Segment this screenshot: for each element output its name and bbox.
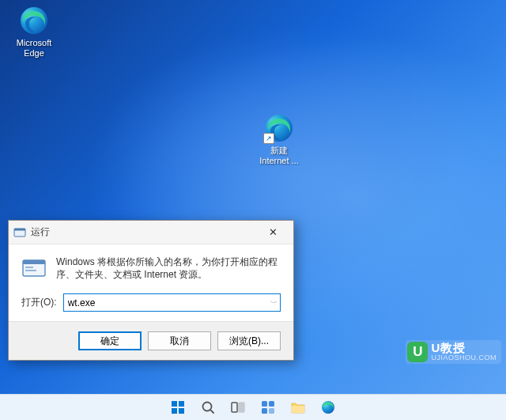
desktop-icon-label: MicrosoftEdge — [17, 38, 52, 59]
close-icon: ✕ — [269, 226, 278, 238]
open-input[interactable] — [63, 293, 281, 312]
folder-icon — [290, 399, 306, 415]
svg-rect-17 — [269, 401, 274, 407]
widgets-button[interactable] — [255, 396, 281, 418]
edge-icon: ↗ — [263, 112, 295, 144]
svg-rect-8 — [172, 401, 177, 407]
svg-rect-7 — [25, 270, 36, 271]
widgets-icon — [260, 399, 276, 415]
watermark: U U教授 UJIAOSHOU.COM — [406, 340, 501, 364]
watermark-text: U教授 — [431, 342, 497, 354]
start-button[interactable] — [165, 396, 191, 418]
svg-rect-11 — [179, 408, 184, 414]
svg-line-13 — [210, 410, 213, 413]
run-dialog-footer: 确定 取消 浏览(B)... — [9, 321, 293, 360]
run-title-icon — [13, 226, 26, 239]
search-icon — [200, 399, 216, 415]
browse-button[interactable]: 浏览(B)... — [217, 331, 281, 350]
desktop[interactable]: MicrosoftEdge ↗ 新建Internet ... 运行 ✕ — [0, 0, 506, 394]
windows-icon — [170, 399, 186, 415]
svg-rect-6 — [25, 267, 33, 268]
run-dialog: 运行 ✕ Windows 将根据你所输入的名称，为你打开相应的程序、文件夹、文档… — [8, 220, 294, 361]
watermark-url: UJIAOSHOU.COM — [431, 354, 497, 361]
svg-rect-20 — [292, 406, 304, 413]
search-button[interactable] — [195, 396, 221, 418]
svg-rect-9 — [179, 401, 184, 407]
cancel-button[interactable]: 取消 — [148, 331, 211, 350]
task-view-button[interactable] — [225, 396, 251, 418]
svg-rect-14 — [232, 403, 237, 412]
run-dialog-description: Windows 将根据你所输入的名称，为你打开相应的程序、文件夹、文档或 Int… — [56, 255, 281, 281]
ok-button[interactable]: 确定 — [78, 331, 142, 350]
desktop-icon-edge[interactable]: MicrosoftEdge — [6, 5, 62, 59]
shortcut-arrow-icon: ↗ — [263, 133, 274, 144]
edge-icon — [320, 399, 336, 415]
svg-rect-3 — [14, 229, 25, 231]
explorer-button[interactable] — [285, 396, 311, 418]
edge-icon — [18, 5, 50, 36]
svg-rect-18 — [262, 408, 267, 414]
svg-rect-5 — [23, 260, 45, 264]
run-dialog-titlebar[interactable]: 运行 ✕ — [9, 221, 293, 244]
run-app-icon — [21, 255, 47, 281]
svg-rect-15 — [239, 403, 244, 412]
open-label: 打开(O): — [21, 296, 57, 309]
edge-button[interactable] — [315, 396, 341, 418]
desktop-icon-shortcut[interactable]: ↗ 新建Internet ... — [251, 112, 307, 166]
task-view-icon — [230, 399, 246, 415]
run-dialog-title: 运行 — [31, 225, 257, 239]
taskbar — [0, 394, 506, 420]
svg-rect-19 — [269, 408, 274, 414]
svg-rect-10 — [172, 408, 177, 414]
svg-rect-16 — [262, 401, 267, 407]
watermark-logo: U — [407, 342, 428, 362]
desktop-icon-label: 新建Internet ... — [259, 146, 299, 166]
close-button[interactable]: ✕ — [257, 221, 289, 244]
